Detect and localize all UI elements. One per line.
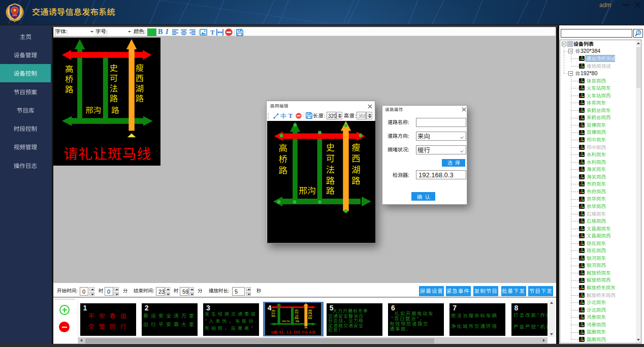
svg-text:3: 3: [638, 30, 640, 34]
